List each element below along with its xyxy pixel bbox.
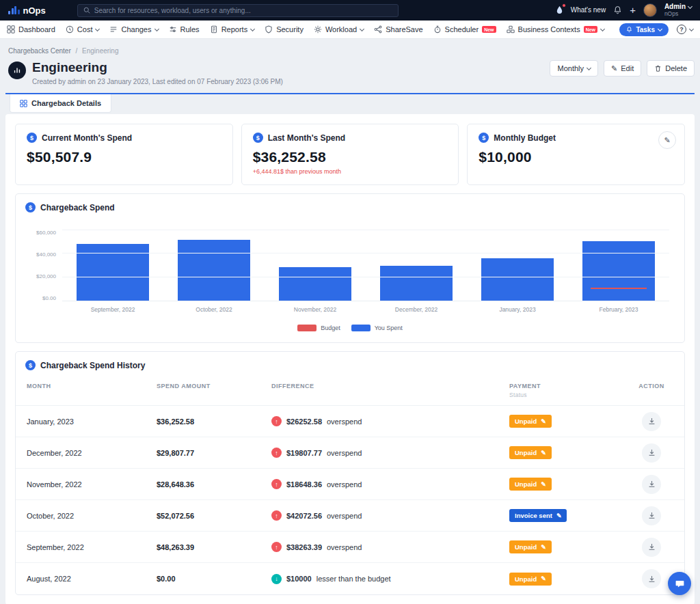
stat-title: Last Month's Spend xyxy=(268,133,346,143)
whats-new-icon[interactable] xyxy=(556,5,563,14)
payment-status-badge[interactable]: Unpaid✎ xyxy=(509,446,552,459)
breadcrumb-parent[interactable]: Chargebacks Center xyxy=(8,47,71,55)
nav-item-dashboard[interactable]: Dashboard xyxy=(7,25,55,33)
nav-label: Cost xyxy=(77,25,93,33)
difference-amount: $19807.77 xyxy=(286,449,322,457)
avatar[interactable] xyxy=(643,3,657,17)
stat-card-monthly-budget: $ Monthly Budget $10,000 ✎ xyxy=(467,124,685,185)
download-icon xyxy=(647,543,656,551)
download-button[interactable] xyxy=(642,443,661,463)
y-tick-label: $40,000 xyxy=(36,252,56,258)
page-header: Engineering Created by admin on 23 Janua… xyxy=(5,60,695,85)
y-tick-label: $0.00 xyxy=(42,296,56,301)
chart-bar[interactable] xyxy=(279,267,352,301)
payment-status-badge[interactable]: Unpaid✎ xyxy=(509,478,552,491)
status-label: Unpaid xyxy=(515,449,537,456)
payment-status-badge[interactable]: Unpaid✎ xyxy=(509,415,552,428)
chart-bar[interactable] xyxy=(481,258,554,301)
cell-action xyxy=(630,569,673,588)
difference-text: overspend xyxy=(327,480,362,489)
payment-status-badge[interactable]: Unpaid✎ xyxy=(509,573,552,586)
download-icon xyxy=(647,480,656,489)
nav-item-business-contexts[interactable]: Business ContextsNew xyxy=(507,25,605,33)
content: Chargebacks Center / Engineering Enginee… xyxy=(0,39,700,604)
tasks-bell-icon xyxy=(626,26,632,33)
nav-label: ShareSave xyxy=(386,25,422,33)
reports-icon xyxy=(210,25,218,33)
stat-card-current-month: $ Current Month's Spend $50,507.9 xyxy=(15,124,233,185)
cell-action xyxy=(630,506,673,525)
payment-status-badge[interactable]: Unpaid✎ xyxy=(509,540,552,553)
download-button[interactable] xyxy=(642,538,661,557)
dollar-icon: $ xyxy=(27,133,37,143)
download-button[interactable] xyxy=(642,506,661,525)
chart-bar[interactable] xyxy=(178,240,251,301)
table-row: January, 2023$36,252.58↑$26252.58overspe… xyxy=(16,406,684,437)
user-menu[interactable]: Admin nOps xyxy=(664,3,692,17)
history-title: Chargeback Spend History xyxy=(40,361,145,370)
chart-bar-column xyxy=(366,230,467,301)
download-icon xyxy=(647,511,656,520)
edit-budget-button[interactable]: ✎ xyxy=(658,131,676,149)
pencil-icon: ✎ xyxy=(611,64,617,73)
nav-item-rules[interactable]: Rules xyxy=(169,25,200,33)
chevron-down-icon xyxy=(689,26,694,31)
chart-bar-column xyxy=(163,230,265,301)
help-menu[interactable]: ? xyxy=(677,25,693,34)
download-button[interactable] xyxy=(642,412,661,431)
plus-icon[interactable]: + xyxy=(630,5,636,15)
nav-item-reports[interactable]: Reports xyxy=(210,25,255,33)
team-avatar xyxy=(8,61,26,79)
main-nav: DashboardCostChangesRulesReportsSecurity… xyxy=(0,20,700,39)
difference-amount: $38263.39 xyxy=(286,543,322,551)
x-tick-label: October, 2022 xyxy=(163,306,265,313)
topbar: nOps What's new + Admin nOps xyxy=(0,0,700,20)
whats-new-label[interactable]: What's new xyxy=(571,6,606,14)
chart-bar[interactable] xyxy=(582,241,656,301)
cell-difference: ↑$19807.77overspend xyxy=(271,448,509,458)
download-button[interactable] xyxy=(642,475,661,494)
period-dropdown[interactable]: Monthly xyxy=(550,60,598,77)
chat-button[interactable] xyxy=(668,572,691,595)
cell-payment: Unpaid✎ xyxy=(509,540,630,553)
nav-item-sharesave[interactable]: ShareSave xyxy=(374,25,422,33)
nav-items: DashboardCostChangesRulesReportsSecurity… xyxy=(7,25,604,33)
budget-swatch xyxy=(297,325,317,331)
stat-title: Monthly Budget xyxy=(494,133,556,143)
bell-icon[interactable] xyxy=(613,5,622,14)
delete-button[interactable]: Delete xyxy=(647,60,695,77)
search-input[interactable] xyxy=(94,7,392,14)
y-tick-label: $60,000 xyxy=(36,230,56,236)
x-tick-label: September, 2022 xyxy=(62,306,163,313)
cell-action xyxy=(630,412,673,431)
workload-icon xyxy=(314,25,322,33)
nav-item-scheduler[interactable]: SchedulerNew xyxy=(433,25,496,33)
download-button[interactable] xyxy=(642,569,661,588)
difference-text: overspend xyxy=(327,417,362,426)
brand-logo[interactable]: nOps xyxy=(8,5,46,16)
stat-card-last-month: $ Last Month's Spend $36,252.58 +6,444.8… xyxy=(241,124,459,185)
col-difference: DIFFERENCE xyxy=(271,383,509,398)
chart-bar[interactable] xyxy=(380,266,453,301)
tab-chargeback-details[interactable]: Chargeback Details xyxy=(10,94,111,113)
nav-item-cost[interactable]: Cost xyxy=(66,25,100,33)
nav-item-workload[interactable]: Workload xyxy=(314,25,364,33)
chevron-down-icon xyxy=(250,26,255,31)
difference-amount: $26252.58 xyxy=(286,417,322,426)
nav-item-changes[interactable]: Changes xyxy=(109,25,158,33)
pencil-icon: ✎ xyxy=(664,136,670,145)
cell-month: September, 2022 xyxy=(27,543,157,551)
nav-label: Dashboard xyxy=(18,25,55,33)
chart-plot-area xyxy=(62,230,669,301)
you-spent-swatch xyxy=(351,325,371,331)
nav-item-security[interactable]: Security xyxy=(265,25,304,33)
edit-button[interactable]: ✎ Edit xyxy=(604,60,641,77)
page-subtitle: Created by admin on 23 January 2023, Las… xyxy=(32,78,283,85)
delete-label: Delete xyxy=(665,64,687,72)
chart-bar-column xyxy=(568,230,669,301)
global-search[interactable] xyxy=(77,4,399,17)
overspend-icon: ↑ xyxy=(271,416,282,426)
payment-status-badge[interactable]: Invoice sent✎ xyxy=(509,509,567,522)
tasks-button[interactable]: Tasks xyxy=(619,23,669,36)
topbar-actions: What's new + Admin nOps xyxy=(556,3,692,17)
